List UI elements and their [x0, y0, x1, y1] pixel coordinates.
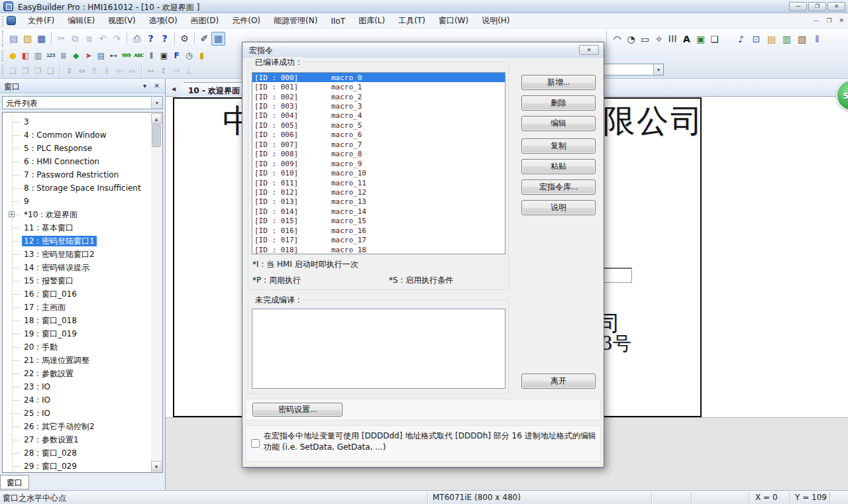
window-tree-item[interactable]: 21 : 馬達位置調整 — [3, 354, 150, 367]
layers-icon[interactable]: ≣ — [57, 50, 70, 62]
macro-list-item[interactable]: [ID : 007] macro_7 — [252, 140, 505, 149]
context-help-icon[interactable]: ? — [158, 32, 172, 46]
window-tree-item[interactable]: + *10 : 欢迎界面 — [3, 208, 150, 221]
address-format-checkbox[interactable] — [251, 439, 260, 448]
direct-window-icon[interactable]: ▣ — [158, 50, 170, 62]
window-tree-item[interactable]: 15 : 报警窗口 — [3, 274, 150, 287]
tab-window[interactable]: 窗口 — [0, 475, 29, 489]
paste-icon[interactable]: ⧈ — [82, 32, 96, 46]
function-key-icon[interactable]: F — [170, 50, 183, 62]
distribute-h-icon[interactable]: ↔ — [144, 65, 157, 77]
cut-icon[interactable]: ✂ — [54, 32, 68, 46]
scale-tool-icon[interactable]: ☰ — [666, 32, 680, 46]
compile-icon[interactable]: ⚙ — [178, 32, 191, 46]
send-to-back-icon[interactable]: ❐ — [19, 65, 32, 77]
picture-tool-icon[interactable]: ▣ — [694, 32, 708, 46]
restore-button[interactable]: ❐ — [808, 2, 826, 11]
macro-list-item[interactable]: [ID : 010] macro_10 — [252, 168, 505, 177]
copy-macro-button[interactable]: 复制 — [521, 138, 596, 154]
copy-icon[interactable]: ⧉ — [68, 32, 82, 46]
ascii-display-icon[interactable]: ABC — [132, 50, 145, 62]
window-tree-item[interactable]: 8 : Storage Space Insufficient — [3, 181, 150, 195]
window-tree-item[interactable]: 7 : Password Restriction — [3, 168, 150, 181]
menu-draw[interactable]: 画图(D) — [184, 13, 226, 28]
recipe-icon[interactable]: ▤ — [765, 32, 778, 46]
window-tree-item[interactable]: 18 : 窗口_018 — [3, 314, 150, 327]
window-tree-item[interactable]: 29 : 窗口_029 — [3, 460, 150, 472]
undo-icon[interactable]: ↶ — [96, 32, 110, 46]
window-tree-item[interactable]: 9 — [3, 195, 150, 208]
edit-macro-button[interactable]: 编辑 — [521, 116, 596, 131]
menu-tools[interactable]: 工具(T) — [392, 13, 432, 28]
make-same-width-icon[interactable]: ⊣ — [170, 65, 182, 77]
scroll-down-icon[interactable]: ▼ — [151, 461, 162, 472]
mdi-restore-icon[interactable]: ❐ — [826, 16, 831, 26]
window-tree-item[interactable]: 28 : 窗口_028 — [3, 446, 150, 460]
paste-macro-button[interactable]: 粘贴 — [521, 159, 596, 174]
indicator-light-icon[interactable]: ◧ — [19, 50, 32, 62]
text-tool-icon[interactable]: A — [680, 32, 694, 46]
window-tree-item[interactable]: 14 : 密码错误提示 — [3, 261, 150, 274]
bring-to-front-icon[interactable]: ❏ — [7, 65, 19, 77]
uncompiled-list[interactable] — [252, 309, 505, 389]
toggle-switch-icon[interactable]: ⊷ — [107, 50, 120, 62]
macro-list-item[interactable]: [ID : 000] macro_0 — [252, 73, 505, 82]
monitor-icon[interactable]: ⊡ — [749, 32, 763, 46]
arc-tool-icon[interactable]: ◠ — [610, 32, 624, 46]
window-tree-item[interactable]: 6 : HMI Connection — [3, 155, 150, 168]
macro-list-item[interactable]: [ID : 012] macro_12 — [252, 187, 505, 197]
help-button[interactable]: 说明 — [521, 200, 596, 215]
grid-snap-icon[interactable]: ▦ — [211, 32, 225, 46]
numeric-123-icon[interactable]: 123 — [44, 50, 57, 62]
close-button[interactable]: ✕ — [827, 2, 845, 11]
minimize-button[interactable]: — — [789, 2, 807, 11]
macro-list-item[interactable]: [ID : 009] macro_9 — [252, 159, 505, 168]
chart-icon[interactable]: ⫴ — [810, 32, 824, 46]
address-text-fragment[interactable]: 3号 — [601, 331, 631, 356]
menu-objects[interactable]: 元件(O) — [225, 13, 267, 28]
window-tree-item[interactable]: 13 : 密码登陆窗口2 — [3, 248, 150, 261]
chevron-down-icon[interactable]: ▾ — [653, 64, 663, 75]
delete-macro-button[interactable]: 删除 — [521, 95, 596, 111]
password-settings-button[interactable]: 密码设置... — [252, 403, 343, 417]
menu-energy[interactable]: 能源管理(N) — [267, 13, 324, 28]
menu-edit[interactable]: 编辑(E) — [61, 13, 101, 28]
window-tree-item[interactable]: 3 — [3, 115, 150, 128]
mdi-close-icon[interactable]: ✕ — [839, 16, 844, 26]
window-tree-item[interactable]: 24 : IO — [3, 393, 150, 407]
align-right-icon[interactable]: ⇨ — [126, 65, 138, 77]
distribute-v-icon[interactable]: ↕ — [157, 65, 170, 77]
align-left-icon[interactable]: ⇦ — [113, 65, 126, 77]
align-vcenter-icon[interactable]: ⇕ — [63, 65, 76, 77]
pie-tool-icon[interactable]: ◔ — [624, 32, 638, 46]
window-tree-item[interactable]: 23 : IO — [3, 380, 150, 393]
menu-view[interactable]: 视图(V) — [101, 13, 142, 28]
menu-file[interactable]: 文件(F) — [21, 13, 61, 28]
new-file-icon[interactable]: ▤ — [7, 32, 21, 46]
tab-scroll-left-icon[interactable]: ◀ — [169, 83, 178, 94]
database-icon[interactable]: ▥ — [780, 32, 794, 46]
panel-close-icon[interactable]: ✕ — [154, 82, 160, 90]
menu-iiot[interactable]: IIoT — [324, 15, 352, 28]
macro-list-item[interactable]: [ID : 014] macro_14 — [252, 207, 505, 216]
new-macro-button[interactable]: 新增... — [521, 75, 596, 90]
bulb-icon[interactable]: ● — [7, 50, 19, 62]
company-title-right-fragment[interactable]: 限公司 — [603, 100, 704, 142]
panel-menu-icon[interactable]: ▾ — [143, 82, 146, 90]
window-tree-item[interactable]: 25 : IO — [3, 407, 150, 420]
exit-button[interactable]: 离开 — [521, 374, 596, 389]
window-tree-item[interactable]: 26 : 其它手动控制2 — [3, 420, 150, 433]
dialog-close-button[interactable]: ✕ — [579, 45, 599, 55]
tree-scrollbar[interactable]: ▲ ▼ — [151, 113, 162, 472]
align-top-icon[interactable]: ⇧ — [88, 65, 101, 77]
window-tree-item[interactable]: 12 : 密码登陆窗口1 — [3, 234, 150, 248]
expander-icon[interactable]: + — [9, 211, 15, 217]
make-same-height-icon[interactable]: ⊥ — [182, 65, 195, 77]
bring-forward-icon[interactable]: ❒ — [32, 65, 44, 77]
macro-list-item[interactable]: [ID : 003] macro_3 — [252, 101, 505, 111]
macro-list-item[interactable]: [ID : 001] macro_1 — [252, 82, 505, 91]
menu-help[interactable]: 说明(H) — [475, 13, 516, 28]
state-combobox[interactable]: ▾ — [602, 64, 664, 76]
macro-list-item[interactable]: [ID : 004] macro_4 — [252, 111, 505, 121]
bar-graph-icon[interactable]: ▮ — [195, 50, 208, 62]
